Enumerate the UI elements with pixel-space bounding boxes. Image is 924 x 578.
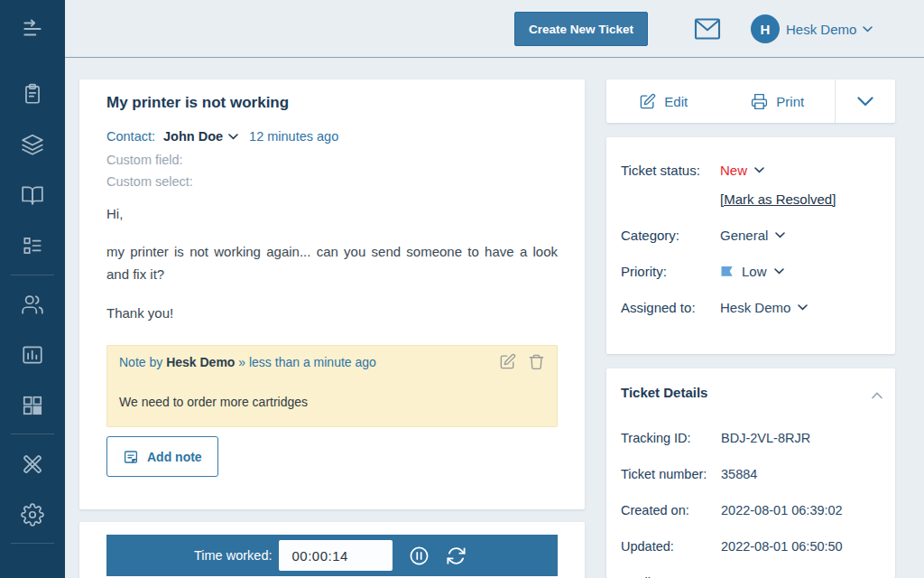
detail-value: 35884 [721, 467, 757, 481]
ticket-card: My printer is not working Contact: John … [79, 79, 585, 509]
priority-flag-icon [720, 266, 735, 278]
user-menu[interactable]: Hesk Demo [786, 0, 873, 58]
chevron-up-icon [872, 392, 882, 399]
note-prefix: Note by [119, 355, 162, 369]
detail-value: 2022-08-01 06:39:02 [721, 503, 843, 517]
category-label: Category: [621, 228, 720, 243]
delete-note-icon[interactable] [528, 353, 545, 370]
create-new-ticket-button[interactable]: Create New Ticket [514, 12, 648, 46]
status-dropdown[interactable]: New [720, 163, 764, 178]
message-closing: Thank you! [106, 302, 558, 324]
status-row: Ticket status: New [621, 163, 764, 178]
priority-value: Low [742, 264, 767, 279]
chevron-down-icon [857, 97, 873, 107]
user-name: Hesk Demo [786, 22, 856, 37]
detail-value: 2022-08-01 06:50:50 [721, 539, 843, 554]
assigned-value: Hesk Demo [720, 300, 790, 315]
detail-row: Created on: 2022-08-01 06:39:02 [621, 503, 843, 517]
assigned-label: Assigned to: [621, 300, 720, 315]
chevron-down-icon [798, 304, 808, 311]
ticket-status-card: Ticket status: New [Mark as Resolved] Ca… [606, 137, 895, 354]
edit-label: Edit [664, 94, 688, 109]
note-icon [123, 449, 139, 465]
priority-row: Priority: Low [621, 264, 784, 279]
collapse-details-button[interactable] [872, 387, 882, 403]
contact-label: Contact: [106, 129, 155, 144]
detail-value: BDJ-2VL-8RJR [721, 431, 810, 445]
custom-select-label: Custom select: [106, 174, 193, 189]
status-value: New [720, 163, 747, 178]
edit-icon [639, 93, 656, 110]
sidebar-item-clipboard[interactable] [21, 82, 44, 106]
ticket-meta-row: Contact: John Doe 12 minutes ago [106, 129, 338, 144]
sidebar-item-checklist[interactable] [21, 234, 44, 257]
ticket-actions-card: Edit Print [606, 79, 895, 123]
detail-row: Tracking ID: BDJ-2VL-8RJR [621, 431, 810, 445]
assigned-row: Assigned to: Hesk Demo [621, 300, 808, 315]
sidebar-item-layers[interactable] [21, 133, 44, 156]
priority-label: Priority: [621, 264, 720, 279]
edit-note-icon[interactable] [499, 353, 516, 370]
top-header: Create New Ticket H Hesk Demo [65, 0, 924, 58]
ticket-time-ago: 12 minutes ago [249, 129, 338, 144]
category-row: Category: General [621, 228, 785, 243]
custom-field-label: Custom field: [106, 153, 183, 167]
refresh-icon[interactable] [446, 545, 467, 566]
detail-row: Updated: 2022-08-01 06:50:50 [621, 539, 843, 554]
sidebar-item-customize[interactable] [21, 452, 44, 476]
add-note-label: Add note [147, 450, 202, 464]
book-icon [21, 183, 44, 207]
detail-label: Created on: [621, 503, 717, 517]
note-header: Note by Hesk Demo » less than a minute a… [119, 355, 376, 369]
chevron-down-icon [774, 268, 784, 275]
mail-icon[interactable] [694, 17, 721, 41]
category-dropdown[interactable]: General [720, 228, 785, 243]
details-title: Ticket Details [621, 385, 707, 400]
note-time: » less than a minute ago [238, 355, 376, 369]
tools-icon [21, 452, 44, 476]
add-note-button[interactable]: Add note [106, 436, 218, 477]
sidebar-item-modules[interactable] [21, 394, 44, 417]
mark-resolved-link[interactable]: [Mark as Resolved] [720, 191, 836, 207]
sidebar-item-reports[interactable] [21, 343, 44, 367]
detail-label: Ticket number: [621, 467, 717, 481]
print-button[interactable]: Print [721, 79, 836, 123]
checklist-icon [21, 234, 44, 257]
print-label: Print [776, 94, 804, 109]
pause-icon[interactable] [409, 545, 430, 566]
sidebar-divider [11, 543, 54, 544]
chevron-down-icon [775, 232, 785, 238]
sidebar-item-book[interactable] [21, 183, 44, 207]
sidebar-divider [11, 275, 54, 275]
clipboard-icon [21, 82, 44, 106]
sidebar [0, 0, 65, 578]
contact-dropdown[interactable]: John Doe [163, 129, 238, 144]
ticket-details-card: Ticket Details Tracking ID: BDJ-2VL-8RJR… [606, 368, 895, 578]
menu-toggle-icon[interactable] [21, 17, 44, 41]
category-value: General [720, 228, 768, 243]
edit-button[interactable]: Edit [606, 79, 721, 123]
chevron-down-icon [228, 134, 238, 140]
layers-icon [21, 133, 44, 156]
time-worked-label: Time worked: [194, 548, 272, 563]
note-author: Hesk Demo [166, 355, 235, 369]
gear-icon [21, 503, 44, 527]
staff-note: Note by Hesk Demo » less than a minute a… [106, 345, 558, 427]
note-text: We need to order more cartridges [119, 395, 308, 409]
avatar[interactable]: H [751, 14, 780, 43]
chevron-down-icon [754, 167, 764, 173]
assigned-dropdown[interactable]: Hesk Demo [720, 300, 808, 315]
printer-icon [751, 93, 768, 110]
sidebar-item-users[interactable] [21, 293, 44, 316]
sidebar-divider [11, 434, 54, 434]
grid-icon [21, 394, 44, 417]
ticket-title: My printer is not working [106, 94, 289, 112]
status-label: Ticket status: [621, 163, 720, 178]
users-icon [21, 293, 44, 316]
priority-dropdown[interactable]: Low [720, 264, 784, 279]
detail-label: Tracking ID: [621, 431, 717, 445]
more-actions-button[interactable] [836, 79, 895, 123]
time-worked-input[interactable] [279, 540, 393, 571]
sidebar-item-settings[interactable] [21, 503, 44, 527]
detail-label: Updated: [621, 539, 717, 554]
